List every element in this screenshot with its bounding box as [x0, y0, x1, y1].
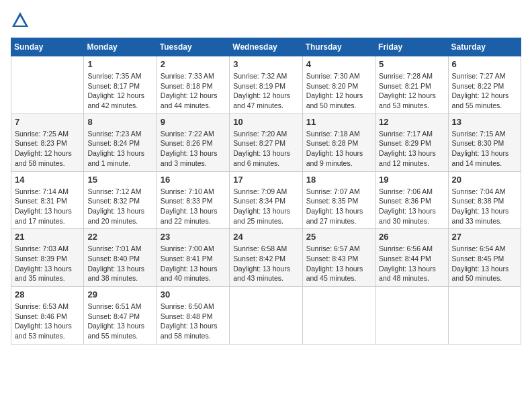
- cell-info: Sunrise: 7:17 AMSunset: 8:29 PMDaylight:…: [379, 129, 444, 169]
- day-number: 1: [87, 59, 152, 69]
- column-header-wednesday: Wednesday: [230, 38, 302, 56]
- calendar-cell: 12Sunrise: 7:17 AMSunset: 8:29 PMDayligh…: [375, 113, 448, 171]
- day-number: 16: [161, 175, 226, 185]
- day-number: 11: [306, 117, 371, 127]
- cell-info: Sunrise: 7:09 AMSunset: 8:34 PMDaylight:…: [233, 187, 298, 226]
- cell-info: Sunrise: 7:23 AMSunset: 8:24 PMDaylight:…: [87, 129, 152, 169]
- calendar-cell: 9Sunrise: 7:22 AMSunset: 8:26 PMDaylight…: [157, 113, 229, 171]
- calendar-cell: 8Sunrise: 7:23 AMSunset: 8:24 PMDaylight…: [84, 113, 157, 171]
- cell-info: Sunrise: 7:04 AMSunset: 8:38 PMDaylight:…: [452, 187, 517, 226]
- cell-info: Sunrise: 7:01 AMSunset: 8:40 PMDaylight:…: [87, 244, 152, 283]
- calendar-week-row: 7Sunrise: 7:25 AMSunset: 8:23 PMDaylight…: [11, 113, 521, 171]
- calendar-cell: 6Sunrise: 7:27 AMSunset: 8:22 PMDaylight…: [448, 56, 521, 114]
- calendar-cell: 18Sunrise: 7:07 AMSunset: 8:35 PMDayligh…: [302, 171, 375, 229]
- calendar-header-row: SundayMondayTuesdayWednesdayThursdayFrid…: [11, 38, 521, 56]
- cell-info: Sunrise: 7:30 AMSunset: 8:20 PMDaylight:…: [306, 71, 371, 111]
- cell-info: Sunrise: 7:27 AMSunset: 8:22 PMDaylight:…: [452, 71, 517, 111]
- cell-info: Sunrise: 7:20 AMSunset: 8:27 PMDaylight:…: [233, 129, 298, 169]
- page-header: [11, 11, 521, 30]
- cell-info: Sunrise: 7:10 AMSunset: 8:33 PMDaylight:…: [161, 187, 226, 226]
- calendar-cell: 5Sunrise: 7:28 AMSunset: 8:21 PMDaylight…: [375, 56, 448, 114]
- day-number: 26: [379, 232, 444, 242]
- calendar-cell: 17Sunrise: 7:09 AMSunset: 8:34 PMDayligh…: [230, 171, 302, 229]
- cell-info: Sunrise: 7:33 AMSunset: 8:18 PMDaylight:…: [161, 71, 226, 111]
- day-number: 12: [379, 117, 444, 127]
- column-header-tuesday: Tuesday: [157, 38, 229, 56]
- calendar-cell: 11Sunrise: 7:18 AMSunset: 8:28 PMDayligh…: [302, 113, 375, 171]
- day-number: 10: [233, 117, 298, 127]
- cell-info: Sunrise: 7:03 AMSunset: 8:39 PMDaylight:…: [15, 244, 80, 283]
- logo: [11, 11, 34, 30]
- calendar-cell: 14Sunrise: 7:14 AMSunset: 8:31 PMDayligh…: [11, 171, 84, 229]
- cell-info: Sunrise: 7:32 AMSunset: 8:19 PMDaylight:…: [233, 71, 298, 111]
- cell-info: Sunrise: 7:22 AMSunset: 8:26 PMDaylight:…: [161, 129, 226, 169]
- calendar-cell: 1Sunrise: 7:35 AMSunset: 8:17 PMDaylight…: [84, 56, 157, 114]
- calendar-cell: 22Sunrise: 7:01 AMSunset: 8:40 PMDayligh…: [84, 229, 157, 287]
- calendar-cell: 20Sunrise: 7:04 AMSunset: 8:38 PMDayligh…: [448, 171, 521, 229]
- cell-info: Sunrise: 7:35 AMSunset: 8:17 PMDaylight:…: [87, 71, 152, 111]
- day-number: 4: [306, 59, 371, 69]
- day-number: 23: [161, 232, 226, 242]
- cell-info: Sunrise: 7:18 AMSunset: 8:28 PMDaylight:…: [306, 129, 371, 169]
- calendar-cell: 10Sunrise: 7:20 AMSunset: 8:27 PMDayligh…: [230, 113, 302, 171]
- cell-info: Sunrise: 7:15 AMSunset: 8:30 PMDaylight:…: [452, 129, 517, 169]
- calendar-cell: [448, 287, 521, 345]
- column-header-friday: Friday: [375, 38, 448, 56]
- calendar-cell: 7Sunrise: 7:25 AMSunset: 8:23 PMDaylight…: [11, 113, 84, 171]
- calendar-cell: 30Sunrise: 6:50 AMSunset: 8:48 PMDayligh…: [157, 287, 229, 345]
- calendar-week-row: 14Sunrise: 7:14 AMSunset: 8:31 PMDayligh…: [11, 171, 521, 229]
- day-number: 27: [452, 232, 517, 242]
- calendar-cell: 24Sunrise: 6:58 AMSunset: 8:42 PMDayligh…: [230, 229, 302, 287]
- day-number: 3: [233, 59, 298, 69]
- column-header-sunday: Sunday: [11, 38, 84, 56]
- calendar-cell: 21Sunrise: 7:03 AMSunset: 8:39 PMDayligh…: [11, 229, 84, 287]
- calendar-cell: 2Sunrise: 7:33 AMSunset: 8:18 PMDaylight…: [157, 56, 229, 114]
- day-number: 20: [452, 175, 517, 185]
- day-number: 15: [87, 175, 152, 185]
- cell-info: Sunrise: 6:57 AMSunset: 8:43 PMDaylight:…: [306, 244, 371, 283]
- column-header-monday: Monday: [84, 38, 157, 56]
- cell-info: Sunrise: 7:00 AMSunset: 8:41 PMDaylight:…: [161, 244, 226, 283]
- day-number: 25: [306, 232, 371, 242]
- column-header-thursday: Thursday: [302, 38, 375, 56]
- calendar-cell: 15Sunrise: 7:12 AMSunset: 8:32 PMDayligh…: [84, 171, 157, 229]
- logo-icon: [11, 11, 30, 30]
- calendar-cell: 25Sunrise: 6:57 AMSunset: 8:43 PMDayligh…: [302, 229, 375, 287]
- calendar-cell: 29Sunrise: 6:51 AMSunset: 8:47 PMDayligh…: [84, 287, 157, 345]
- cell-info: Sunrise: 7:06 AMSunset: 8:36 PMDaylight:…: [379, 187, 444, 226]
- day-number: 22: [87, 232, 152, 242]
- column-header-saturday: Saturday: [448, 38, 521, 56]
- day-number: 5: [379, 59, 444, 69]
- calendar-cell: [302, 287, 375, 345]
- day-number: 28: [15, 289, 80, 300]
- cell-info: Sunrise: 7:25 AMSunset: 8:23 PMDaylight:…: [15, 129, 80, 169]
- calendar-cell: 13Sunrise: 7:15 AMSunset: 8:30 PMDayligh…: [448, 113, 521, 171]
- cell-info: Sunrise: 7:28 AMSunset: 8:21 PMDaylight:…: [379, 71, 444, 111]
- calendar-cell: 3Sunrise: 7:32 AMSunset: 8:19 PMDaylight…: [230, 56, 302, 114]
- calendar-cell: 19Sunrise: 7:06 AMSunset: 8:36 PMDayligh…: [375, 171, 448, 229]
- day-number: 9: [161, 117, 226, 127]
- day-number: 29: [87, 289, 152, 300]
- calendar-cell: [11, 56, 84, 114]
- day-number: 17: [233, 175, 298, 185]
- day-number: 8: [87, 117, 152, 127]
- day-number: 14: [15, 175, 80, 185]
- calendar-table: SundayMondayTuesdayWednesdayThursdayFrid…: [11, 38, 521, 345]
- day-number: 21: [15, 232, 80, 242]
- calendar-cell: 26Sunrise: 6:56 AMSunset: 8:44 PMDayligh…: [375, 229, 448, 287]
- day-number: 2: [161, 59, 226, 69]
- calendar-week-row: 1Sunrise: 7:35 AMSunset: 8:17 PMDaylight…: [11, 56, 521, 114]
- day-number: 7: [15, 117, 80, 127]
- day-number: 24: [233, 232, 298, 242]
- calendar-cell: 23Sunrise: 7:00 AMSunset: 8:41 PMDayligh…: [157, 229, 229, 287]
- day-number: 13: [452, 117, 517, 127]
- calendar-cell: 28Sunrise: 6:53 AMSunset: 8:46 PMDayligh…: [11, 287, 84, 345]
- calendar-cell: 16Sunrise: 7:10 AMSunset: 8:33 PMDayligh…: [157, 171, 229, 229]
- cell-info: Sunrise: 7:14 AMSunset: 8:31 PMDaylight:…: [15, 187, 80, 226]
- calendar-week-row: 28Sunrise: 6:53 AMSunset: 8:46 PMDayligh…: [11, 287, 521, 345]
- day-number: 6: [452, 59, 517, 69]
- cell-info: Sunrise: 6:50 AMSunset: 8:48 PMDaylight:…: [161, 302, 226, 341]
- day-number: 30: [161, 289, 226, 300]
- calendar-week-row: 21Sunrise: 7:03 AMSunset: 8:39 PMDayligh…: [11, 229, 521, 287]
- cell-info: Sunrise: 7:12 AMSunset: 8:32 PMDaylight:…: [87, 187, 152, 226]
